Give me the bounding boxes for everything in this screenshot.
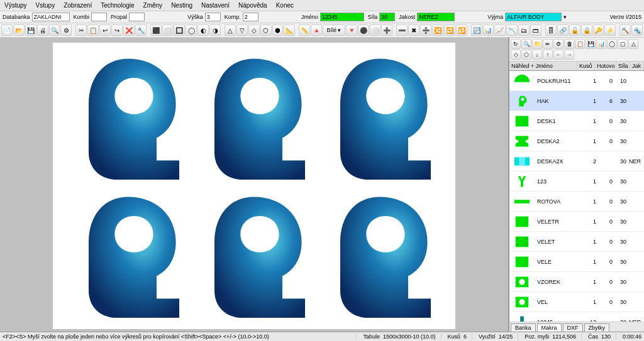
col-preview[interactable]: Náhled + Jméno (509, 62, 577, 70)
toolbar-button[interactable]: 💾 (25, 24, 36, 36)
tab-zbytky[interactable]: Zbytky (584, 323, 610, 332)
komp-input[interactable] (243, 13, 258, 21)
jmeno-input[interactable] (320, 13, 364, 21)
list-item[interactable]: 123 1 0 30 (509, 171, 644, 192)
toolbar-button[interactable]: 🔻 (346, 24, 357, 36)
list-item[interactable]: HAK 1 6 30 (509, 91, 644, 111)
sp-toolbar-button[interactable]: ↻ (511, 39, 521, 49)
list-item[interactable]: VELET 1 0 30 (509, 232, 644, 252)
toolbar-button[interactable]: 🗂 (518, 24, 530, 36)
sp-toolbar-button[interactable]: ◯ (607, 39, 617, 49)
menu-item-nesting[interactable]: Nesting (169, 1, 194, 9)
toolbar-button[interactable]: ⬢ (272, 24, 284, 36)
col-sila[interactable]: Síla (616, 62, 630, 70)
part-instance[interactable] (323, 52, 436, 184)
toolbar-button[interactable]: ⚙ (60, 24, 72, 36)
color-select[interactable]: Bílé ▾ (323, 24, 345, 36)
toolbar-button[interactable]: ⬛ (150, 24, 162, 36)
toolbar-button[interactable]: ➖ (396, 24, 408, 36)
menu-item-výstupy[interactable]: Výstupy (3, 1, 29, 9)
sheet-canvas[interactable] (53, 43, 455, 329)
toolbar-button[interactable]: ⬡ (260, 24, 272, 36)
toolbar-button[interactable]: 🔧 (135, 24, 147, 36)
toolbar-button[interactable]: 📂 (13, 24, 25, 36)
parts-list[interactable]: POLKRUH11 1 0 10 HAK 1 6 30 DESK1 1 0 30… (509, 71, 644, 322)
toolbar-button[interactable]: ◑ (209, 24, 221, 36)
sp-toolbar-button[interactable]: 📁 (532, 39, 542, 49)
col-kusu[interactable]: Kusů (577, 62, 595, 70)
toolbar-button[interactable]: 📋 (87, 24, 99, 36)
toolbar-button[interactable]: △ (225, 24, 236, 36)
databanka-input[interactable] (32, 13, 70, 21)
sp-toolbar-button[interactable]: ✏ (543, 39, 553, 49)
list-item[interactable]: VZOREK 1 0 30 (509, 272, 644, 292)
tab-makra[interactable]: Makra (537, 323, 562, 332)
menu-item-nastavení[interactable]: Nastavení (199, 1, 231, 9)
menu-item-nápověda[interactable]: Nápověda (236, 1, 269, 9)
toolbar-button[interactable]: 📊 (483, 24, 494, 36)
menu-item-změny[interactable]: Změny (142, 1, 165, 9)
list-item[interactable]: VEL 1 0 30 (509, 292, 644, 312)
toolbar-button[interactable]: 🔲 (174, 24, 185, 36)
sila-input[interactable] (379, 13, 395, 21)
toolbar-button[interactable]: 📐 (284, 24, 295, 36)
toolbar-button[interactable]: 🔒 (581, 24, 592, 36)
toolbar-button[interactable]: 🔓 (569, 24, 580, 36)
toolbar-button[interactable]: ⬜ (162, 24, 174, 36)
toolbar-button[interactable]: 🔨 (619, 24, 631, 36)
sp-toolbar-button[interactable]: 💾 (586, 39, 596, 49)
sp-toolbar-button[interactable]: ◇ (511, 50, 521, 60)
toolbar-button[interactable]: ⚫ (358, 24, 369, 36)
col-hotovo[interactable]: Hotovo (595, 62, 616, 70)
toolbar-button[interactable]: 🔗 (557, 24, 569, 36)
toolbar-button[interactable]: ✖ (408, 24, 419, 36)
toolbar-button[interactable]: ❌ (123, 24, 135, 36)
sp-toolbar-button[interactable]: ⬡ (521, 50, 531, 60)
sp-toolbar-button[interactable]: ▢ (618, 39, 628, 49)
sp-toolbar-button[interactable]: 🗑 (564, 39, 574, 49)
col-jak[interactable]: Jak (630, 62, 644, 70)
vyska-input[interactable] (205, 13, 221, 21)
list-item[interactable]: VELETR 1 0 30 (509, 212, 644, 232)
sp-toolbar-button[interactable]: ↓ (532, 50, 542, 60)
part-instance[interactable] (323, 190, 436, 322)
toolbar-button[interactable]: 📉 (506, 24, 518, 36)
toolbar-button[interactable]: ▽ (236, 24, 248, 36)
toolbar-button[interactable]: ⚡ (604, 24, 616, 36)
list-item[interactable]: DESK1 1 0 30 (509, 111, 644, 131)
toolbar-button[interactable]: ◯ (186, 24, 197, 36)
toolbar-button[interactable]: ➗ (420, 24, 431, 36)
toolbar-button[interactable]: 🔍 (49, 24, 60, 36)
sp-toolbar-button[interactable]: ⚙ (553, 39, 564, 49)
menu-item-vstupy[interactable]: Vstupy (34, 1, 57, 9)
toolbar-button[interactable]: 🖨 (37, 24, 48, 36)
list-item[interactable]: VELE 1 0 30 (509, 252, 644, 272)
canvas-area[interactable] (0, 38, 509, 333)
toolbar-button[interactable]: 🔀 (432, 24, 443, 36)
toolbar-button[interactable]: 📏 (299, 24, 310, 36)
sp-toolbar-button[interactable]: → (564, 50, 574, 60)
toolbar-button[interactable]: ➕ (381, 24, 392, 36)
propal-input[interactable] (129, 13, 145, 21)
sp-toolbar-button[interactable]: 🔍 (521, 39, 531, 49)
toolbar-button[interactable]: ↪ (111, 24, 123, 36)
list-item[interactable]: POLKRUH11 1 0 10 (509, 71, 644, 91)
toolbar-button[interactable]: ◐ (197, 24, 209, 36)
toolbar-button[interactable]: 🔁 (444, 24, 455, 36)
sp-toolbar-button[interactable]: 📋 (575, 39, 585, 49)
kombi-input[interactable] (91, 13, 107, 21)
toolbar-button[interactable]: 🗃 (530, 24, 541, 36)
part-instance[interactable] (72, 190, 185, 322)
sp-toolbar-button[interactable]: ↑ (543, 50, 553, 60)
toolbar-button[interactable]: ◇ (248, 24, 260, 36)
toolbar-button[interactable]: 🔃 (471, 24, 482, 36)
part-instance[interactable] (197, 190, 311, 322)
jakost-input[interactable] (417, 13, 455, 21)
vyjma-input[interactable] (505, 13, 562, 21)
list-item[interactable]: DESKA2X 2 30 NER (509, 151, 644, 171)
toolbar-button[interactable]: 🔩 (631, 24, 643, 36)
toolbar-button[interactable]: 🗄 (545, 24, 557, 36)
list-item[interactable]: 12345 13 30 NER (509, 312, 644, 322)
menu-item-zobrazení[interactable]: Zobrazení (62, 1, 94, 9)
part-instance[interactable] (72, 52, 185, 184)
